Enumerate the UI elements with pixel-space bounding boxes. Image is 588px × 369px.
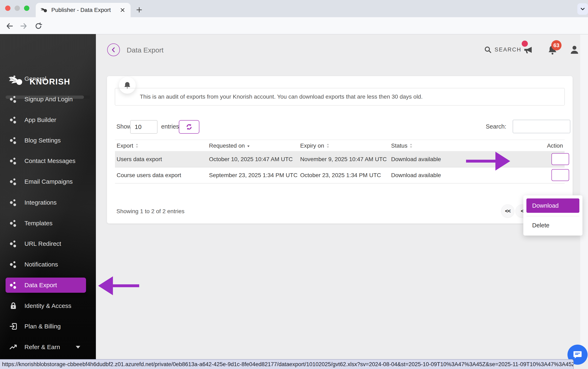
sidebar-item-blog-settings[interactable]: Blog Settings xyxy=(6,133,86,148)
dots-icon xyxy=(9,199,18,207)
dots-icon xyxy=(9,157,18,165)
sidebar-item-refer-earn[interactable]: Refer & Earn xyxy=(6,339,86,355)
pagination-first-button[interactable]: << xyxy=(501,204,514,218)
annotation-arrow-to-download xyxy=(466,152,510,170)
cell-status: Download available xyxy=(391,172,441,179)
refresh-button[interactable] xyxy=(179,120,199,134)
notification-count-badge: 63 xyxy=(551,40,562,50)
row-action-button[interactable] xyxy=(551,153,569,165)
macos-minimize-button[interactable] xyxy=(15,6,20,11)
entries-label: entries xyxy=(161,123,179,130)
search-icon xyxy=(484,46,492,53)
action-dropdown-menu: Download Delete xyxy=(523,195,582,236)
sidebar-item-label: Notifications xyxy=(24,261,86,268)
refresh-icon xyxy=(185,123,193,131)
dots-icon xyxy=(9,116,18,124)
browser-tabstrip: Publisher - Data Export xyxy=(0,0,588,17)
table-search-label: Search: xyxy=(486,123,506,130)
download-menu-item[interactable]: Download xyxy=(526,199,579,213)
column-header-export[interactable]: Export xyxy=(117,142,139,149)
sidebar-item-label: Integrations xyxy=(24,199,86,206)
browser-reload-icon[interactable] xyxy=(33,21,43,31)
sidebar-item-signup-and-login[interactable]: Signup And Login xyxy=(6,92,86,107)
dots-icon xyxy=(9,281,18,289)
sidebar-item-url-redirect[interactable]: URL Redirect xyxy=(6,236,86,251)
sidebar-item-general[interactable]: General xyxy=(6,71,86,86)
lock-icon xyxy=(9,301,18,310)
macos-close-button[interactable] xyxy=(5,6,10,11)
announcements-megaphone-icon[interactable] xyxy=(523,44,534,56)
menu-divider xyxy=(526,216,579,216)
chat-bubble-icon xyxy=(572,349,583,360)
chevron-down-icon xyxy=(76,346,80,349)
column-header-expiry-on[interactable]: Expiry on xyxy=(300,142,329,149)
show-label: Show xyxy=(116,123,131,130)
audit-notice: This is an audit of exports from your Kn… xyxy=(115,88,565,106)
screen: Publisher - Data Export xyxy=(0,0,588,369)
audit-notice-text: This is an audit of exports from your Kn… xyxy=(140,93,422,100)
browser-forward-icon[interactable] xyxy=(19,21,29,31)
sidebar-item-integrations[interactable]: Integrations xyxy=(6,195,86,210)
announcement-dot-badge xyxy=(522,40,528,47)
page-back-button[interactable] xyxy=(107,43,120,56)
dots-icon xyxy=(9,95,18,103)
row-action-button[interactable] xyxy=(551,169,569,181)
account-person-icon[interactable] xyxy=(569,44,580,56)
delete-menu-item[interactable]: Delete xyxy=(526,219,579,232)
browser-tab[interactable]: Publisher - Data Export xyxy=(36,3,131,17)
header-search-button[interactable]: SEARCH xyxy=(484,46,522,53)
sidebar-item-label: Identity & Access xyxy=(24,302,86,309)
sidebar-item-label: Blog Settings xyxy=(24,137,86,144)
page-size-input[interactable] xyxy=(130,120,158,134)
table-summary: Showing 1 to 2 of 2 entries xyxy=(116,208,185,215)
tab-search-chevron-icon[interactable] xyxy=(577,3,588,15)
table-bottom-border xyxy=(115,183,565,183)
macos-zoom-button[interactable] xyxy=(24,6,29,11)
sidebar-item-notifications[interactable]: Notifications xyxy=(6,257,86,272)
column-header-action: Action xyxy=(547,142,563,149)
cell-expiry-on: November 9, 2025 10:47 AM UTC xyxy=(300,156,387,163)
table-search-input[interactable] xyxy=(513,120,570,133)
sidebar-item-templates[interactable]: Templates xyxy=(6,216,86,231)
notifications-bell-icon[interactable]: 63 xyxy=(547,44,558,57)
cell-requested-on: October 10, 2025 10:47 AM UTC xyxy=(209,156,293,163)
sidebar-item-label: Email Campaigns xyxy=(24,178,86,185)
status-bar: https://knorishblobstorage-cbbeebf4h6dud… xyxy=(0,359,574,369)
main-content: Data Export SEARCH 63 This is an audit o… xyxy=(96,34,588,369)
header-search-label: SEARCH xyxy=(494,47,522,53)
sidebar-item-identity-access[interactable]: Identity & Access xyxy=(6,298,86,313)
cell-export: Users data export xyxy=(117,156,162,163)
sidebar-item-label: Templates xyxy=(24,220,86,227)
dots-icon xyxy=(9,219,18,227)
dots-icon xyxy=(9,178,18,186)
sidebar-item-label: Data Export xyxy=(24,282,86,289)
chevron-left-icon xyxy=(110,46,117,53)
cell-expiry-on: October 23, 2025 1:34 PM UTC xyxy=(300,172,381,179)
sidebar-item-label: Plan & Billing xyxy=(24,323,86,330)
page-title: Data Export xyxy=(127,46,164,54)
sidebar-item-data-export[interactable]: Data Export xyxy=(6,278,86,293)
sidebar-item-label: App Builder xyxy=(24,116,86,123)
trending-up-icon xyxy=(9,343,18,351)
cell-requested-on: September 23, 2025 1:34 PM UTC xyxy=(209,172,297,179)
browser-back-icon[interactable] xyxy=(4,21,15,31)
sidebar-item-app-builder[interactable]: App Builder xyxy=(6,112,86,128)
billing-login-icon xyxy=(9,322,18,331)
sidebar-item-label: Contact Messages xyxy=(24,158,86,164)
dots-icon xyxy=(9,260,18,269)
sidebar-item-plan-billing[interactable]: Plan & Billing xyxy=(6,319,86,334)
sidebar-item-contact-messages[interactable]: Contact Messages xyxy=(6,153,86,169)
browser-toolbar: stockswise.knorish.com/publisher/dataexp… xyxy=(0,17,588,34)
dots-icon xyxy=(9,136,18,145)
tab-close-icon[interactable] xyxy=(119,7,126,13)
sort-icon xyxy=(410,143,413,148)
column-header-requested-on[interactable]: Requested on xyxy=(209,142,250,149)
new-tab-button[interactable] xyxy=(134,4,145,15)
cell-export: Course users data export xyxy=(117,172,181,179)
column-header-status[interactable]: Status xyxy=(391,142,413,149)
sidebar-item-label: Signup And Login xyxy=(24,96,86,103)
data-export-card: This is an audit of exports from your Kn… xyxy=(107,76,573,223)
table-header: Export Requested on Expiry on Status Act… xyxy=(115,140,565,151)
cell-status: Download available xyxy=(391,156,441,163)
sidebar-item-email-campaigns[interactable]: Email Campaigns xyxy=(6,174,86,189)
